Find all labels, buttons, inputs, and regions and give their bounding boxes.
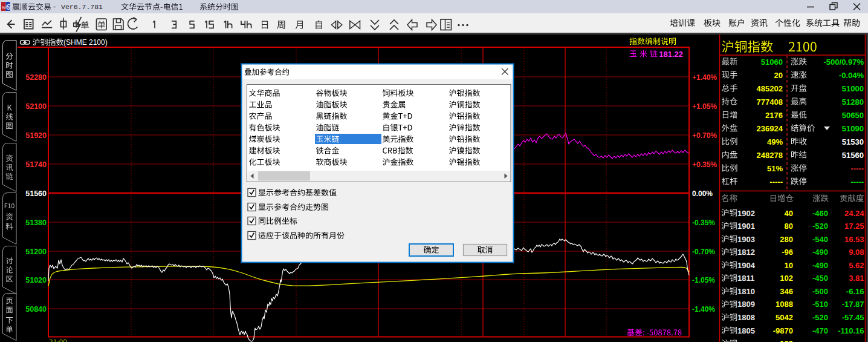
svg-text:-57.45: -57.45 — [842, 313, 864, 322]
svg-text:1903: 1903 — [737, 235, 755, 244]
svg-text:-0.70%: -0.70% — [692, 248, 715, 256]
svg-text:20: 20 — [774, 71, 783, 80]
svg-text:-----: ----- — [769, 177, 783, 186]
svg-text:-130: -130 — [777, 339, 793, 342]
svg-text:-: - — [53, 2, 56, 11]
svg-text:51560: 51560 — [25, 189, 47, 198]
svg-text:-0.35%: -0.35% — [692, 219, 715, 227]
svg-text:3.81: 3.81 — [849, 274, 864, 283]
svg-text:51530: 51530 — [842, 137, 864, 146]
svg-text:+0.35%: +0.35% — [692, 160, 717, 169]
svg-text:51200: 51200 — [25, 248, 47, 256]
svg-text:1811: 1811 — [737, 274, 754, 283]
svg-text:10: 10 — [785, 261, 793, 270]
svg-text:1810: 1810 — [737, 287, 755, 296]
svg-text:-----: ----- — [850, 164, 864, 173]
svg-text:1805: 1805 — [737, 326, 755, 335]
svg-text:51920: 51920 — [25, 131, 47, 140]
svg-text:236924: 236924 — [757, 124, 783, 133]
svg-text:16.53: 16.53 — [844, 235, 864, 244]
svg-text:5042: 5042 — [776, 313, 793, 322]
svg-text:51060: 51060 — [761, 58, 783, 67]
svg-text:102: 102 — [780, 274, 793, 283]
svg-text:+1.05%: +1.05% — [692, 102, 717, 111]
svg-text:5.62: 5.62 — [849, 261, 864, 270]
svg-text:-17.87: -17.87 — [842, 300, 864, 309]
svg-text:-0.04%: -0.04% — [839, 71, 864, 80]
svg-text:51280: 51280 — [842, 97, 864, 107]
svg-text:248278: 248278 — [757, 151, 783, 160]
svg-text:-1.05%: -1.05% — [692, 276, 715, 284]
svg-text:-540: -540 — [812, 235, 828, 244]
svg-text:17.25: 17.25 — [844, 222, 864, 231]
svg-text:-490: -490 — [812, 248, 828, 257]
svg-text:-520: -520 — [812, 313, 828, 322]
svg-text:+1.40%: +1.40% — [692, 73, 717, 82]
svg-text:(SHME 2100): (SHME 2100) — [63, 38, 108, 47]
svg-text:-----: ----- — [850, 177, 864, 186]
svg-text:51380: 51380 — [25, 219, 47, 227]
svg-text:40: 40 — [785, 209, 793, 218]
svg-text:51%: 51% — [767, 164, 783, 173]
svg-text:-96: -96 — [782, 248, 793, 257]
svg-text:1901: 1901 — [737, 222, 755, 231]
svg-text:1904: 1904 — [737, 261, 756, 270]
svg-text:-9870: -9870 — [773, 326, 793, 335]
svg-text:50650: 50650 — [842, 111, 864, 120]
svg-text:-110.16: -110.16 — [838, 326, 864, 335]
svg-text:51090: 51090 — [842, 124, 864, 133]
svg-text:80: 80 — [785, 222, 793, 231]
svg-text:1809: 1809 — [737, 300, 755, 309]
svg-text:181.22: 181.22 — [659, 50, 683, 59]
svg-text:51560: 51560 — [842, 151, 864, 160]
svg-text:1812: 1812 — [737, 248, 755, 257]
svg-text:51000: 51000 — [842, 84, 864, 93]
svg-text:+0.70%: +0.70% — [692, 131, 717, 140]
svg-text:1808: 1808 — [737, 313, 755, 322]
svg-text:50840: 50840 — [25, 305, 47, 314]
svg-text:-470: -470 — [812, 326, 828, 335]
svg-text:-500: -500 — [812, 287, 828, 296]
svg-text:51740: 51740 — [25, 160, 47, 169]
svg-text:485202: 485202 — [757, 84, 783, 93]
svg-text:9.08: 9.08 — [849, 248, 864, 257]
svg-text:Ver6.7.781: Ver6.7.781 — [61, 3, 103, 11]
svg-text:52280: 52280 — [25, 73, 47, 82]
svg-text:777408: 777408 — [757, 97, 783, 107]
svg-text:-490: -490 — [812, 261, 828, 270]
svg-text:-500/0.97%: -500/0.97% — [824, 58, 864, 67]
svg-text:-460: -460 — [812, 209, 828, 218]
svg-text:-1.40%: -1.40% — [692, 305, 715, 314]
svg-text:-450: -450 — [812, 274, 828, 283]
svg-text:49%: 49% — [767, 137, 783, 146]
svg-text:1088: 1088 — [776, 300, 793, 309]
svg-text:24.24: 24.24 — [844, 209, 864, 218]
svg-text:52100: 52100 — [25, 102, 47, 111]
svg-text:2176: 2176 — [765, 111, 783, 120]
svg-text:1902: 1902 — [737, 209, 755, 218]
svg-text:-510: -510 — [812, 300, 828, 309]
svg-text:280: 280 — [780, 235, 793, 244]
svg-text:346: 346 — [780, 287, 793, 296]
svg-text:-6.16: -6.16 — [846, 287, 864, 296]
svg-text:-520: -520 — [812, 222, 828, 231]
svg-text:51020: 51020 — [25, 276, 47, 284]
svg-text:0.00%: 0.00% — [692, 189, 713, 198]
